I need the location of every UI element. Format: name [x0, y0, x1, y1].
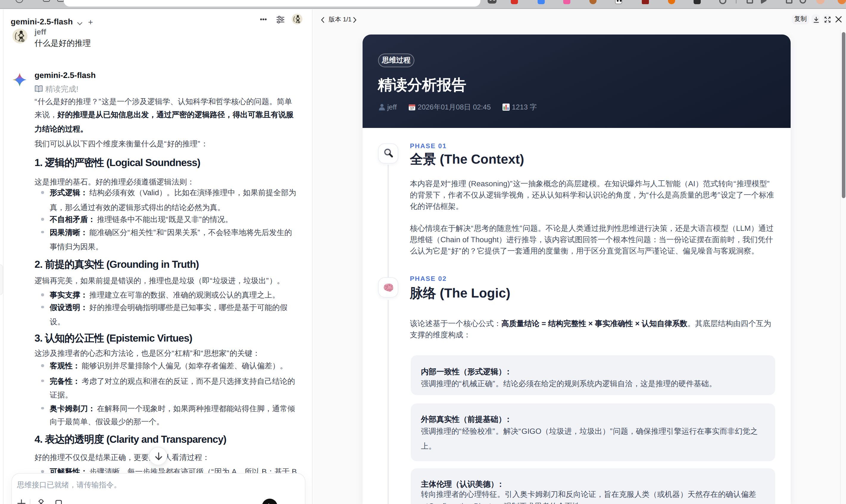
svg-text:17: 17: [410, 107, 413, 111]
